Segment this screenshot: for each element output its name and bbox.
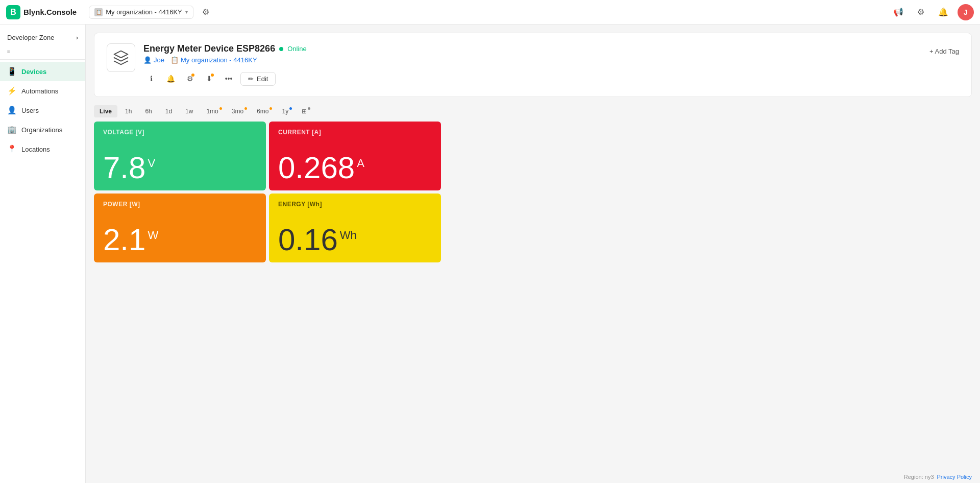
time-btn-1y[interactable]: 1y [276, 105, 294, 117]
time-btn-1mo[interactable]: 1mo [201, 105, 224, 117]
topbar: B Blynk.Console 📋 My organization - 4416… [0, 0, 980, 25]
current-value: 0.268 [278, 153, 355, 183]
device-title-row: Energy Meter Device ESP8266 Online [143, 43, 959, 54]
widget-energy: ENERGY [Wh] 0.16 Wh [269, 194, 441, 262]
topbar-icons: 📢 ⚙ 🔔 J [890, 4, 974, 20]
logo-letter: B [10, 8, 16, 17]
energy-value: 0.16 [278, 225, 338, 255]
sidebar-label-locations: Locations [21, 146, 50, 153]
voltage-label: VOLTAGE [V] [103, 129, 257, 136]
info-icon[interactable]: ℹ [143, 71, 159, 86]
gear-icon[interactable]: ⚙ [913, 4, 929, 20]
settings-icon[interactable]: ⚙ [182, 71, 198, 86]
voltage-value-row: 7.8 V [103, 153, 257, 183]
person-icon: 👤 [143, 56, 152, 64]
org-selector-name: My organization - 4416KY [106, 8, 182, 16]
megaphone-icon[interactable]: 📢 [890, 4, 906, 20]
content-area: Energy Meter Device ESP8266 Online 👤 Joe… [86, 25, 980, 483]
time-btn-1w[interactable]: 1w [180, 105, 199, 117]
users-icon: 👤 [7, 106, 16, 115]
more-icon[interactable]: ••• [221, 71, 236, 86]
widget-current: CURRENT [A] 0.268 A [269, 122, 441, 190]
energy-unit: Wh [340, 229, 357, 242]
edit-button[interactable]: ✏ Edit [240, 72, 276, 86]
region-label: Region: ny3 [904, 474, 934, 480]
time-btn-live[interactable]: Live [94, 105, 117, 117]
settings-gear-icon[interactable]: ⚙ [198, 4, 214, 20]
locations-icon: 📍 [7, 144, 16, 154]
owner-link[interactable]: Joe [154, 56, 164, 64]
device-owner: 👤 Joe [143, 56, 164, 64]
notification-icon[interactable]: 🔔 [163, 71, 178, 86]
edit-label: Edit [257, 75, 268, 83]
energy-label: ENERGY [Wh] [278, 201, 432, 208]
download-icon[interactable]: ⬇ [202, 71, 217, 86]
org-selector[interactable]: 📋 My organization - 4416KY ▾ [89, 6, 193, 19]
add-tag-button[interactable]: + Add Tag [929, 47, 959, 55]
bell-icon[interactable]: 🔔 [935, 4, 951, 20]
energy-value-row: 0.16 Wh [278, 225, 432, 255]
time-btn-1d[interactable]: 1d [160, 105, 178, 117]
current-unit: A [357, 157, 364, 170]
voltage-unit: V [148, 157, 155, 170]
device-org: 📋 My organization - 4416KY [170, 56, 257, 64]
device-meta: 👤 Joe 📋 My organization - 4416KY [143, 56, 959, 64]
avatar[interactable]: J [958, 4, 974, 20]
developer-zone-label: Developer Zone [7, 34, 55, 41]
device-panel: Energy Meter Device ESP8266 Online 👤 Joe… [94, 33, 972, 97]
footer: Region: ny3 Privacy Policy [896, 471, 980, 483]
logo-area: B Blynk.Console [6, 5, 77, 19]
status-dot [279, 47, 283, 51]
time-btn-3mo[interactable]: 3mo [226, 105, 249, 117]
widgets-grid: VOLTAGE [V] 7.8 V CURRENT [A] 0.268 A PO… [94, 122, 441, 262]
device-icon [107, 43, 135, 72]
power-value: 2.1 [103, 225, 145, 255]
voltage-value: 7.8 [103, 153, 145, 183]
chevron-down-icon: ▾ [185, 9, 188, 15]
device-header: Energy Meter Device ESP8266 Online 👤 Joe… [107, 43, 959, 86]
logo-box: B [6, 5, 20, 19]
sidebar-item-developer-zone[interactable]: Developer Zone › [0, 29, 85, 46]
privacy-policy-link[interactable]: Privacy Policy [937, 474, 972, 480]
sidebar-divider [0, 59, 85, 60]
sidebar-item-locations[interactable]: 📍 Locations [0, 139, 85, 159]
time-range-bar: Live 1h 6h 1d 1w 1mo 3mo 6mo 1y ⊞ [94, 105, 972, 117]
edit-icon: ✏ [248, 75, 254, 83]
chevron-right-icon: › [76, 34, 78, 41]
sidebar-item-organizations[interactable]: 🏢 Organizations [0, 120, 85, 139]
status-text: Online [287, 45, 307, 53]
main-layout: Developer Zone › ≡ 📱 Devices ⚡ Automatio… [0, 25, 980, 483]
sidebar-label-automations: Automations [21, 87, 58, 95]
time-btn-6mo[interactable]: 6mo [251, 105, 274, 117]
current-label: CURRENT [A] [278, 129, 432, 136]
device-info: Energy Meter Device ESP8266 Online 👤 Joe… [143, 43, 959, 86]
org-link[interactable]: My organization - 4416KY [181, 56, 257, 64]
time-btn-custom[interactable]: ⊞ [296, 105, 312, 117]
time-btn-1h[interactable]: 1h [119, 105, 137, 117]
app-title: Blynk.Console [23, 8, 77, 16]
widget-voltage: VOLTAGE [V] 7.8 V [94, 122, 266, 190]
add-tag-label: + Add Tag [929, 47, 959, 55]
device-name: Energy Meter Device ESP8266 [143, 43, 275, 54]
device-actions: ℹ 🔔 ⚙ ⬇ ••• ✏ Edit [143, 71, 959, 86]
power-label: POWER [W] [103, 201, 257, 208]
devices-icon: 📱 [7, 67, 16, 76]
sidebar-label-devices: Devices [21, 68, 46, 76]
sidebar-label-users: Users [21, 107, 39, 114]
sidebar-item-automations[interactable]: ⚡ Automations [0, 81, 85, 101]
current-value-row: 0.268 A [278, 153, 432, 183]
sidebar-item-users[interactable]: 👤 Users [0, 101, 85, 120]
sidebar-item-devices[interactable]: 📱 Devices [0, 62, 85, 81]
automations-icon: ⚡ [7, 86, 16, 95]
power-value-row: 2.1 W [103, 225, 257, 255]
widget-power: POWER [W] 2.1 W [94, 194, 266, 262]
sidebar: Developer Zone › ≡ 📱 Devices ⚡ Automatio… [0, 25, 86, 483]
sidebar-label-organizations: Organizations [21, 126, 62, 134]
organizations-icon: 🏢 [7, 125, 16, 134]
org-selector-icon: 📋 [94, 8, 103, 16]
power-unit: W [148, 229, 158, 242]
org-icon: 📋 [170, 56, 179, 64]
time-btn-6h[interactable]: 6h [139, 105, 157, 117]
